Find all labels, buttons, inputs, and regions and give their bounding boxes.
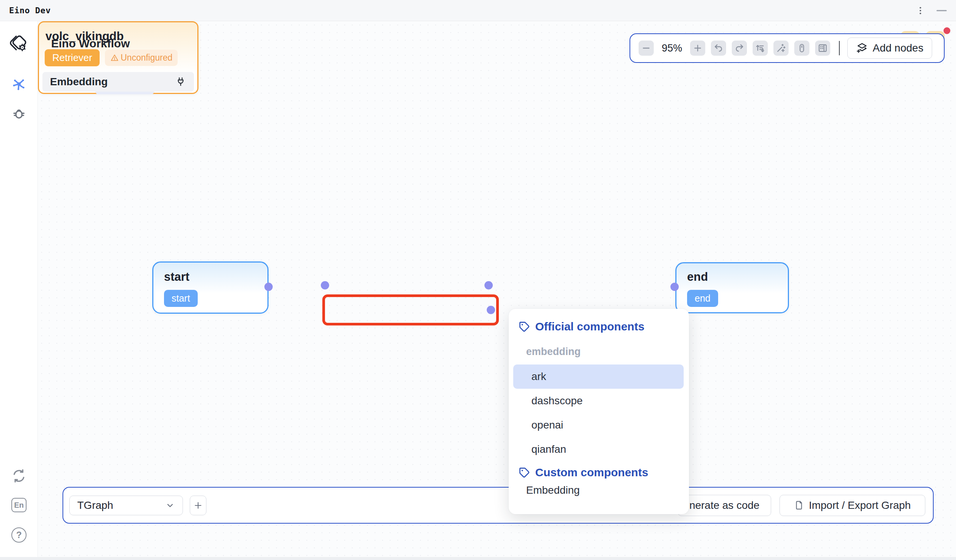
vertical-layout-icon (755, 43, 766, 53)
add-nodes-button[interactable]: Add nodes (847, 38, 932, 59)
plus-icon (693, 43, 703, 53)
kebab-menu-icon[interactable] (916, 6, 925, 15)
embedding-slot-label: Embedding (50, 76, 108, 88)
minimap-button[interactable] (815, 41, 830, 56)
pan-mode-button[interactable] (794, 41, 810, 56)
graph-bottom-bar: TGraph nerate as code Import / Export Gr… (63, 487, 934, 524)
eino-logo-icon (9, 33, 29, 54)
unsaved-indicator-dot (943, 27, 950, 34)
language-icon: En (11, 498, 27, 512)
connection-handle-end-in[interactable] (670, 283, 679, 291)
magic-wand-icon (776, 43, 786, 53)
add-nodes-label: Add nodes (873, 42, 923, 54)
auto-layout-button[interactable] (753, 41, 768, 56)
graph-network-icon (11, 76, 27, 93)
refresh-icon (11, 468, 27, 483)
retriever-type-badge: Retriever (45, 49, 100, 66)
node-start[interactable]: start start (152, 261, 269, 314)
import-export-graph-button[interactable]: Import / Export Graph (780, 495, 925, 516)
window-title-bar: Eino Dev (0, 0, 956, 21)
zoom-in-button[interactable] (690, 41, 705, 56)
graph-select-value: TGraph (77, 499, 113, 511)
embedding-slot[interactable]: Embedding (42, 72, 194, 92)
unconfigured-status-badge: Unconfigured (105, 50, 178, 66)
node-end-title: end (687, 270, 708, 284)
help-icon: ? (11, 527, 27, 543)
graph-select[interactable]: TGraph (69, 496, 183, 515)
sidebar-item-graph[interactable] (11, 76, 27, 93)
minimize-icon[interactable] (936, 6, 947, 15)
redo-icon (734, 43, 744, 53)
add-graph-button[interactable] (190, 496, 206, 515)
unconfigured-label: Unconfigured (120, 53, 172, 63)
app-name: Eino Dev (9, 6, 51, 15)
selection-highlight (322, 294, 499, 326)
node-start-title: start (164, 270, 189, 284)
redo-button[interactable] (732, 41, 747, 56)
node-end[interactable]: end end (675, 262, 789, 313)
node-end-type-badge: end (687, 290, 718, 307)
connection-handle-start-out[interactable] (264, 283, 273, 291)
sidebar-item-help[interactable]: ? (11, 527, 27, 543)
connection-handle-volc-in[interactable] (321, 281, 329, 289)
chevron-down-icon (165, 500, 175, 510)
custom-components-header: Custom components (519, 466, 689, 479)
dropdown-item-openai[interactable]: openai (509, 413, 689, 437)
connection-handle-volc-out[interactable] (484, 281, 493, 289)
app-logo (9, 33, 29, 54)
sidebar-item-language[interactable]: En (11, 498, 27, 512)
tag-icon (519, 467, 530, 478)
component-picker-dropdown: Official components embedding ark dashsc… (509, 309, 689, 514)
plug-icon (175, 76, 186, 88)
toolbar-divider (839, 41, 840, 55)
document-icon (794, 500, 804, 510)
zoom-out-button[interactable] (638, 41, 654, 56)
magic-fix-button[interactable] (774, 41, 789, 56)
dropdown-item-qianfan[interactable]: qianfan (509, 437, 689, 461)
tag-icon (519, 321, 530, 333)
sidebar-item-refresh[interactable] (11, 468, 27, 483)
bug-icon (11, 105, 27, 121)
panel-grid-icon (818, 43, 828, 53)
official-components-header: Official components (519, 320, 689, 333)
minus-icon (641, 43, 651, 53)
node-badges-row: Retriever Unconfigured (45, 49, 178, 66)
custom-components-label: Custom components (535, 466, 648, 479)
layers-plus-icon (856, 42, 868, 54)
import-export-label: Import / Export Graph (809, 499, 910, 511)
embedding-group-label: embedding (526, 346, 689, 358)
plus-icon (193, 500, 203, 510)
app-sidebar: En ? (0, 21, 38, 560)
dropdown-item-ark[interactable]: ark (513, 365, 684, 389)
node-volc-title: volc_vikingdb (46, 30, 124, 43)
undo-button[interactable] (711, 41, 726, 56)
zoom-level: 95% (659, 42, 684, 54)
canvas-toolbar: 95% Add nodes (629, 33, 945, 63)
node-volc-vikingdb[interactable]: volc_vikingdb Retriever Unconfigured Emb… (38, 21, 198, 94)
dropdown-item-embedding[interactable]: Embedding (509, 479, 689, 502)
connection-handle-embedding[interactable] (487, 306, 495, 314)
node-start-type-badge: start (164, 290, 198, 307)
mouse-icon (797, 43, 807, 53)
warning-icon (110, 53, 119, 62)
workflow-canvas[interactable]: Eino Workflow TGraph Template 95% (38, 21, 956, 560)
generate-as-code-button[interactable]: nerate as code (678, 495, 771, 516)
dropdown-item-dashscope[interactable]: dashscope (509, 389, 689, 413)
sidebar-item-debug[interactable] (11, 105, 27, 121)
undo-icon (714, 43, 723, 53)
official-components-label: Official components (535, 320, 644, 333)
window-bottom-edge (0, 557, 956, 560)
window-controls (916, 6, 947, 15)
generate-as-code-label: nerate as code (689, 499, 759, 511)
